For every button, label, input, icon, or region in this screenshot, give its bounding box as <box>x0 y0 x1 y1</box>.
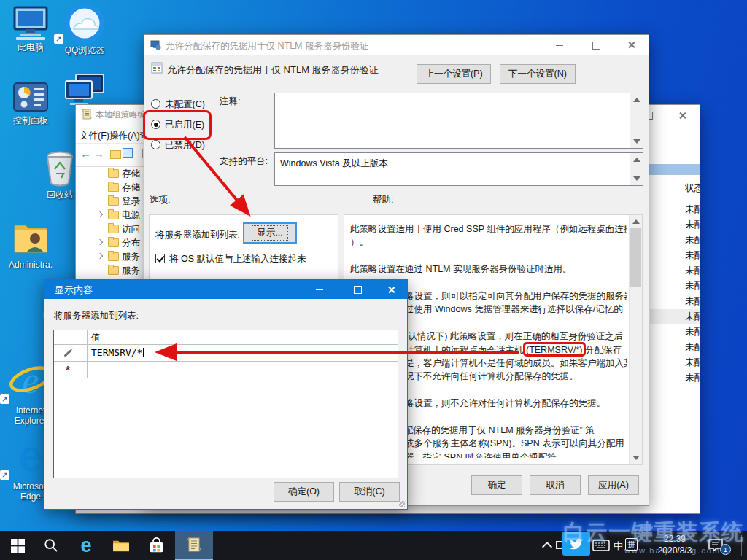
start-button[interactable] <box>6 531 29 560</box>
policy-maximize-button[interactable] <box>588 39 604 52</box>
show-hidden-icons-chevron[interactable] <box>538 531 556 560</box>
setting-row[interactable]: 未配置 <box>650 309 700 324</box>
setting-row[interactable]: 未配置 <box>650 294 700 309</box>
taskbar: e 中 拼 22:39 2020/8/3 1 <box>0 531 747 560</box>
tree-item[interactable]: 存储 <box>76 181 144 195</box>
setting-row[interactable]: 未配置 <box>650 340 700 355</box>
setting-status: 未配置 <box>685 203 700 216</box>
menu-action[interactable]: 操作(A) <box>109 130 140 142</box>
tree-item-label[interactable]: 存储 <box>122 168 140 180</box>
desktop-icon-this-pc[interactable]: 此电脑 <box>0 6 61 52</box>
dialog-maximize-button[interactable] <box>349 283 365 296</box>
tree-item[interactable]: 电源 <box>76 209 144 222</box>
tree-item-label[interactable]: 分布 <box>122 237 140 249</box>
dialog-ok-button[interactable]: 确定(O) <box>274 482 334 502</box>
show-pane-icon[interactable] <box>123 148 133 158</box>
notification-badge: 1 <box>720 544 731 555</box>
help-scrollbar[interactable] <box>629 215 642 464</box>
back-icon[interactable]: ← <box>80 147 91 160</box>
desktop-icon-administrator[interactable]: Administra. <box>0 219 61 270</box>
setting-row[interactable]: 未配置 <box>650 248 700 263</box>
setting-row[interactable]: 未配置 <box>650 202 700 217</box>
gpedit-close-button[interactable] <box>674 109 690 122</box>
radio-enabled-label[interactable]: 已启用(E) <box>165 119 204 131</box>
server-value-cell[interactable]: TERMSRV/* <box>91 347 144 358</box>
show-button[interactable]: 显示... <box>243 222 297 244</box>
taskbar-edge-icon[interactable]: e <box>74 531 98 560</box>
dialog-cancel-button[interactable]: 取消(C) <box>339 482 400 502</box>
desktop-icon-qq-browser[interactable]: ↗ QQ浏览器 <box>54 3 115 55</box>
settings-status-list[interactable]: 未配置未配置未配置未配置未配置未配置未配置未配置未配置未配置未配置未配置 <box>650 202 700 389</box>
comment-textarea[interactable] <box>274 93 643 149</box>
apply-button[interactable]: 应用(A) <box>588 475 639 495</box>
cancel-button[interactable]: 取消 <box>530 475 581 495</box>
forward-icon[interactable]: → <box>93 147 104 160</box>
taskbar-gpedit-active[interactable] <box>175 531 213 560</box>
touch-keyboard-icon[interactable] <box>592 540 610 554</box>
radio-not-configured-label[interactable]: 未配置(C) <box>165 98 205 111</box>
os-defaults-checkbox-label[interactable]: 将 OS 默认值与上述输入连接起来 <box>169 253 306 265</box>
tree-item-label[interactable]: 电源 <box>122 209 140 222</box>
setting-row[interactable]: 未配置 <box>650 370 700 386</box>
expand-chevron-icon[interactable] <box>97 239 103 245</box>
tree-item[interactable]: 存储 <box>76 167 144 181</box>
gpedit-tree[interactable]: 存储存储登录电源访问分布服务服务 <box>76 167 144 284</box>
status-column-header[interactable]: 状态 <box>685 182 700 195</box>
value-table[interactable]: 值 TERMSRV/* * <box>53 330 398 478</box>
show-desktop-divider[interactable] <box>741 535 742 556</box>
tree-item-label[interactable]: 存储 <box>122 182 140 194</box>
previous-setting-button[interactable]: 上一个设置(P) <box>417 64 491 84</box>
tray-twitter-icon[interactable] <box>562 532 590 556</box>
search-button[interactable] <box>39 531 63 560</box>
help-text-line: ）。 <box>350 236 368 249</box>
policy-minimize-button[interactable] <box>551 39 568 52</box>
scrollbar-thumb[interactable] <box>630 228 641 287</box>
ime-mode-indicator[interactable]: 中 <box>614 540 623 553</box>
desktop-icon-computer[interactable] <box>54 73 115 106</box>
setting-row[interactable]: 未配置 <box>650 263 700 279</box>
dialog-minimize-button[interactable] <box>311 283 328 296</box>
clock[interactable]: 22:39 2020/8/3 <box>654 534 696 556</box>
ime-pinyin-badge[interactable]: 拼 <box>625 538 638 551</box>
policy-titlebar[interactable]: 允许分配保存的凭据用于仅 NTLM 服务器身份验证 <box>144 35 649 55</box>
setting-status: 未配置 <box>685 280 700 292</box>
platform-textarea[interactable]: Windows Vista 及以上版本 <box>274 152 643 186</box>
show-contents-dialog: 显示内容 将服务器添加到列表: 值 TERMSRV/* * 确定(O) 取消(C… <box>44 279 408 510</box>
os-defaults-checkbox[interactable] <box>155 254 165 263</box>
setting-row[interactable]: 未配置 <box>650 324 700 340</box>
menu-file[interactable]: 文件(F) <box>80 130 109 142</box>
dialog-close-button[interactable] <box>383 283 399 296</box>
setting-row[interactable]: 未配置 <box>650 355 700 370</box>
policy-close-button[interactable] <box>623 38 639 51</box>
expand-chevron-icon[interactable] <box>97 253 103 259</box>
export-list-icon[interactable] <box>136 149 143 158</box>
radio-disabled-label[interactable]: 已禁用(D) <box>165 139 205 152</box>
tree-item-label[interactable]: 服务 <box>122 251 140 263</box>
platform-scrollbar[interactable] <box>630 153 643 185</box>
ok-button[interactable]: 确定 <box>471 475 522 495</box>
next-setting-button[interactable]: 下一个设置(N) <box>500 64 576 84</box>
radio-disabled[interactable] <box>151 140 160 149</box>
taskbar-explorer-icon[interactable] <box>109 531 133 560</box>
setting-row[interactable]: 未配置 <box>650 233 700 248</box>
show-contents-titlebar[interactable]: 显示内容 <box>44 280 407 299</box>
tree-item-label[interactable]: 服务 <box>122 265 140 277</box>
setting-row[interactable]: 未配置 <box>650 279 700 294</box>
radio-not-configured[interactable] <box>151 99 160 109</box>
tree-item[interactable]: 服务 <box>76 250 144 264</box>
tree-item[interactable]: 服务 <box>76 264 144 278</box>
value-column-header[interactable]: 值 <box>91 332 101 344</box>
folder-up-icon[interactable] <box>110 150 121 159</box>
setting-row[interactable]: 未配置 <box>650 217 700 233</box>
taskbar-store-icon[interactable] <box>144 531 168 560</box>
tree-item[interactable]: 访问 <box>76 222 144 236</box>
tree-item-label[interactable]: 登录 <box>122 195 140 208</box>
radio-enabled[interactable] <box>151 120 160 129</box>
desktop-icon-control-panel[interactable]: 控制面板 <box>0 80 61 125</box>
comment-scrollbar[interactable] <box>630 93 643 148</box>
tree-item-label[interactable]: 访问 <box>122 223 140 236</box>
tree-item[interactable]: 分布 <box>76 236 144 250</box>
tree-item[interactable]: 登录 <box>76 195 144 209</box>
resize-grip[interactable] <box>399 501 405 507</box>
expand-chevron-icon[interactable] <box>97 211 103 217</box>
